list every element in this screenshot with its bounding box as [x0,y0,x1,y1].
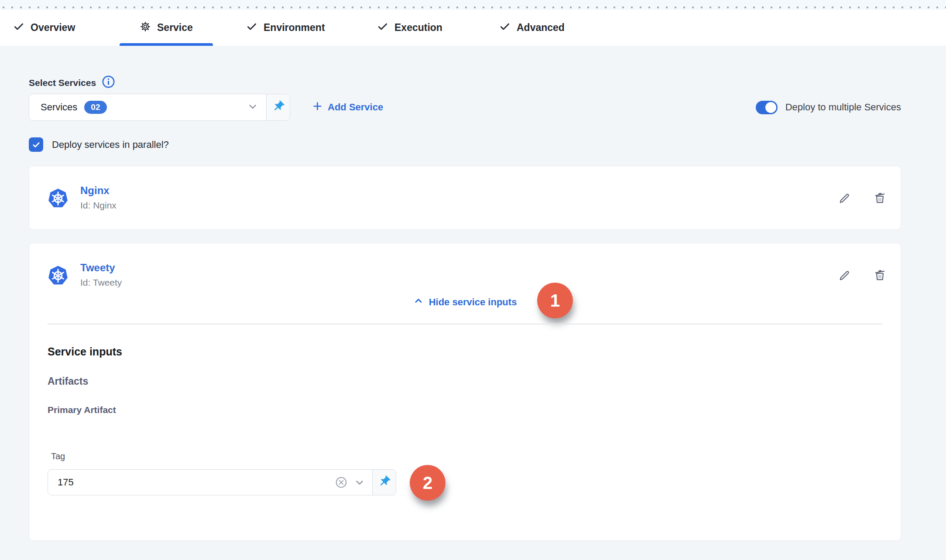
hide-service-inputs-link[interactable]: Hide service inputs [29,296,901,309]
dotted-divider [3,7,946,8]
deploy-multiple-toggle[interactable] [756,101,778,114]
deploy-multiple-services-control: Deploy to multiple Services [756,94,901,121]
deploy-multiple-label: Deploy to multiple Services [785,102,901,113]
tab-label: Execution [394,22,442,34]
deploy-parallel-row: Deploy services in parallel? [29,137,169,152]
tab-label: Advanced [517,22,565,34]
hide-service-inputs-label: Hide service inputs [429,297,517,308]
check-icon [13,21,24,35]
info-icon[interactable] [101,75,116,91]
select-services-label: Select Services [29,75,116,91]
service-card-actions [838,191,887,207]
tag-label: Tag [51,451,65,461]
pin-icon [272,100,285,115]
check-icon [246,21,257,35]
chevron-down-icon[interactable] [247,101,258,114]
clear-icon[interactable] [335,476,348,489]
deploy-parallel-checkbox[interactable] [29,137,43,152]
services-dropdown-value: Services [41,102,77,113]
pin-runtime-input-button[interactable] [266,94,290,120]
service-card-nginx: Nginx Id: Nginx [29,166,901,230]
service-name-link[interactable]: Nginx [80,184,110,197]
tab-service[interactable]: Service [120,10,213,46]
tab-label: Service [157,22,193,34]
pin-icon [378,475,391,490]
tab-label: Environment [264,22,325,34]
delete-icon[interactable] [873,191,887,207]
chevron-up-icon [413,296,424,309]
add-service-button[interactable]: Add Service [312,94,383,121]
artifacts-heading: Artifacts [48,376,88,387]
toggle-knob [765,102,776,113]
service-card-tweety: Tweety Id: Tweety Hide service inputs 1 … [29,243,901,541]
delete-icon[interactable] [873,269,887,284]
tab-environment[interactable]: Environment [246,10,325,46]
annotation-step-1-badge: 1 [537,283,573,318]
service-inputs-title: Service inputs [48,345,122,358]
tab-label: Overview [31,22,75,34]
kubernetes-icon [48,188,69,209]
pin-runtime-input-button[interactable] [372,470,396,495]
service-configuration-page: Overview Service Environment Execution A… [0,0,946,560]
select-services-text: Select Services [29,78,96,88]
gear-icon [140,21,151,35]
service-id: Id: Tweety [80,277,122,288]
edit-icon[interactable] [838,269,851,284]
add-service-label: Add Service [328,102,383,113]
card-divider [48,324,882,324]
tag-field [48,469,396,495]
tab-overview[interactable]: Overview [13,10,75,46]
service-card-actions [838,269,887,284]
services-count-badge: 02 [84,101,106,114]
plus-icon [312,101,323,114]
annotation-step-2-badge: 2 [410,465,446,501]
tag-input[interactable] [48,470,335,495]
check-icon [499,21,511,35]
kubernetes-icon [48,265,69,286]
deploy-parallel-label: Deploy services in parallel? [52,139,169,150]
tab-execution[interactable]: Execution [377,10,442,46]
service-name-link[interactable]: Tweety [80,262,115,274]
chevron-down-icon[interactable] [354,477,365,488]
check-icon [377,21,388,35]
service-tab-content: Select Services Services 02 Add Service … [0,46,946,560]
stage-tab-bar: Overview Service Environment Execution A… [0,10,946,46]
primary-artifact-heading: Primary Artifact [48,405,116,415]
service-id: Id: Nginx [80,200,117,211]
edit-icon[interactable] [838,191,851,207]
services-dropdown[interactable]: Services 02 [29,94,290,121]
top-dotted-strip [0,0,946,10]
services-dropdown-main[interactable]: Services 02 [29,94,266,120]
tab-advanced[interactable]: Advanced [499,10,565,46]
